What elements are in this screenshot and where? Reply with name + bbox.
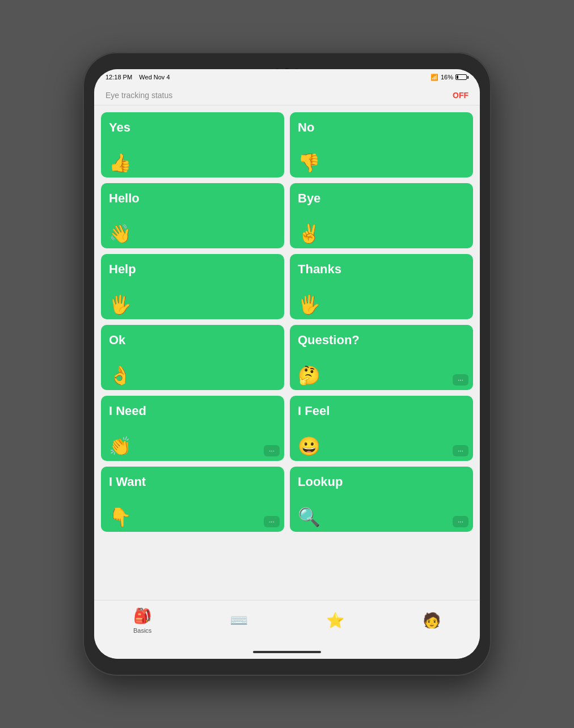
cell-lookup[interactable]: Lookup🔍··· (290, 467, 473, 532)
cell-label-i-want: I Want (109, 475, 276, 489)
cell-label-lookup: Lookup (298, 475, 465, 489)
status-time-date: 12:18 PM Wed Nov 4 (105, 74, 170, 81)
cell-emoji-hello: 👋 (109, 225, 276, 243)
cell-emoji-help: 🖐️ (109, 295, 276, 314)
status-bar-right: 📶 16% (430, 74, 469, 81)
cell-label-i-need: I Need (109, 404, 276, 418)
tab-icon-person: 🧑 (423, 612, 441, 629)
tab-bar: 🎒Basics⌨️⭐🧑 (94, 600, 480, 645)
battery-fill (457, 75, 458, 79)
status-time: 12:18 PM (105, 74, 132, 81)
eye-tracking-bar: Eye tracking status OFF (94, 85, 480, 105)
tab-favorites[interactable]: ⭐ (315, 608, 356, 633)
cell-emoji-yes: 👍 (109, 154, 276, 172)
cell-label-i-feel: I Feel (298, 404, 465, 418)
tab-icon-basics: 🎒 (133, 607, 151, 625)
battery-percent: 16% (441, 74, 453, 81)
cell-i-feel[interactable]: I Feel😀··· (290, 396, 473, 461)
grid-area: Yes👍No👎Hello👋Bye✌️Help🖐️Thanks🖐️Ok👌Quest… (94, 105, 480, 600)
tablet-device: 12:18 PM Wed Nov 4 📶 16% (83, 52, 491, 676)
cell-label-hello: Hello (109, 191, 276, 206)
cell-thanks[interactable]: Thanks🖐️ (290, 254, 473, 319)
home-indicator (94, 645, 480, 659)
cell-emoji-i-want: 👇 (109, 508, 276, 526)
cell-hello[interactable]: Hello👋 (101, 183, 284, 248)
cell-emoji-thanks: 🖐️ (298, 295, 465, 314)
cell-emoji-lookup: 🔍 (298, 508, 465, 526)
cell-yes[interactable]: Yes👍 (101, 112, 284, 177)
cell-i-need[interactable]: I Need👏··· (101, 396, 284, 461)
cell-label-ok: Ok (109, 333, 276, 348)
cell-more-question[interactable]: ··· (453, 374, 469, 386)
status-bar: 12:18 PM Wed Nov 4 📶 16% (94, 69, 480, 85)
cell-more-i-want[interactable]: ··· (264, 516, 280, 527)
cell-label-thanks: Thanks (298, 262, 465, 277)
cell-ok[interactable]: Ok👌 (101, 325, 284, 390)
home-bar (253, 651, 321, 653)
cell-emoji-ok: 👌 (109, 366, 276, 384)
eye-tracking-label: Eye tracking status (105, 91, 172, 100)
cell-no[interactable]: No👎 (290, 112, 473, 177)
battery-body (455, 74, 467, 80)
tab-keyboard[interactable]: ⌨️ (218, 608, 259, 633)
tab-basics[interactable]: 🎒Basics (122, 604, 163, 637)
cell-label-question: Question? (298, 333, 465, 348)
cell-bye[interactable]: Bye✌️ (290, 183, 473, 248)
tab-icon-keyboard: ⌨️ (230, 612, 248, 629)
cell-i-want[interactable]: I Want👇··· (101, 467, 284, 532)
cell-label-bye: Bye (298, 191, 465, 206)
cell-more-i-feel[interactable]: ··· (453, 445, 469, 456)
word-grid: Yes👍No👎Hello👋Bye✌️Help🖐️Thanks🖐️Ok👌Quest… (101, 112, 473, 532)
tab-icon-favorites: ⭐ (326, 612, 344, 629)
cell-question[interactable]: Question?🤔··· (290, 325, 473, 390)
cell-emoji-no: 👎 (298, 154, 465, 172)
cell-help[interactable]: Help🖐️ (101, 254, 284, 319)
cell-more-lookup[interactable]: ··· (453, 516, 469, 527)
cell-label-help: Help (109, 262, 276, 277)
eye-tracking-status: OFF (453, 91, 469, 100)
cell-emoji-question: 🤔 (298, 366, 465, 384)
tab-label-basics: Basics (133, 627, 151, 634)
battery-tip (467, 76, 469, 79)
cell-more-i-need[interactable]: ··· (264, 445, 280, 456)
cell-label-yes: Yes (109, 120, 276, 135)
tablet-screen: 12:18 PM Wed Nov 4 📶 16% (94, 69, 480, 659)
cell-emoji-bye: ✌️ (298, 225, 465, 243)
tab-person[interactable]: 🧑 (411, 608, 452, 633)
wifi-icon: 📶 (430, 74, 438, 81)
cell-emoji-i-feel: 😀 (298, 437, 465, 455)
cell-label-no: No (298, 120, 465, 135)
battery-icon (455, 74, 469, 80)
cell-emoji-i-need: 👏 (109, 437, 276, 455)
status-date: Wed Nov 4 (139, 74, 170, 81)
